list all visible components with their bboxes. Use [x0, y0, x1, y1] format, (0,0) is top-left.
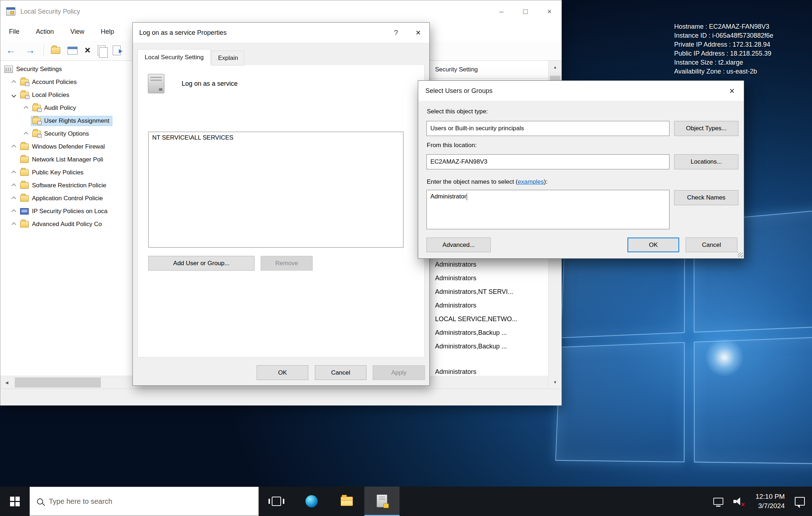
scroll-left-icon[interactable]: ◀	[0, 376, 13, 389]
start-button[interactable]	[0, 487, 29, 516]
title-bar[interactable]: Local Security Policy – □ ×	[0, 0, 561, 23]
edge-button[interactable]	[294, 487, 329, 516]
tree-item-audit-policy[interactable]: Audit Policy	[0, 102, 134, 114]
window-bottom-strip	[0, 389, 561, 405]
tree-item-user-rights-assignment[interactable]: User Rights Assignment	[0, 114, 134, 127]
scrollbar-thumb[interactable]	[15, 377, 101, 388]
logon-as-a-service-properties-dialog: Log on as a service Properties ? × Local…	[132, 22, 430, 386]
object-types-button[interactable]: Object Types...	[674, 121, 738, 136]
scroll-down-icon[interactable]: ▼	[549, 376, 562, 389]
tree-item-security-options[interactable]: Security Options	[0, 127, 134, 140]
maximize-button[interactable]: □	[513, 0, 537, 23]
list-item[interactable]: Administrators,NT SERVI...	[430, 285, 548, 299]
locations-button[interactable]: Locations...	[674, 154, 738, 169]
chevron-right-icon[interactable]	[8, 184, 19, 187]
tree-item-ip-security-policies[interactable]: IP Security Policies on Loca	[0, 205, 134, 218]
tree-item-software-restriction[interactable]: Software Restriction Policie	[0, 179, 134, 192]
list-item[interactable]: Administrators,Backup ...	[430, 339, 548, 353]
chevron-right-icon[interactable]	[8, 81, 19, 84]
tree-item-local-policies[interactable]: Local Policies	[0, 89, 134, 102]
chevron-right-icon[interactable]	[8, 210, 19, 213]
tree-item-security-settings[interactable]: Security Settings	[0, 63, 134, 76]
policy-header: Log on as a service	[148, 74, 238, 93]
scroll-up-icon[interactable]: ▲	[549, 61, 562, 74]
close-button[interactable]: ×	[537, 0, 561, 23]
list-item[interactable]: Administrators	[430, 365, 548, 376]
tab-explain[interactable]: Explain	[211, 51, 244, 66]
network-icon[interactable]	[713, 498, 723, 505]
task-view-button[interactable]	[259, 487, 294, 516]
object-names-value: Administrator	[430, 193, 466, 200]
server-icon	[148, 74, 164, 93]
menu-help[interactable]: Help	[101, 28, 114, 36]
copy-docs-icon[interactable]	[98, 46, 106, 55]
tree-item-windows-defender-firewall[interactable]: Windows Defender Firewal	[0, 140, 134, 153]
list-item[interactable]: Administrators	[430, 258, 548, 271]
security-policy-icon	[377, 494, 387, 507]
volume-muted-icon[interactable]: ×	[733, 496, 746, 506]
console-window-icon[interactable]	[67, 47, 78, 55]
folder-lock-icon	[20, 79, 29, 85]
add-user-or-group-button[interactable]: Add User or Group...	[148, 256, 255, 271]
examples-link[interactable]: examples	[518, 178, 544, 185]
ok-button[interactable]: OK	[257, 365, 308, 380]
column-header-security-setting[interactable]: Security Setting	[430, 61, 548, 79]
chevron-right-icon[interactable]	[8, 145, 19, 149]
tree-item-advanced-audit-policy[interactable]: Advanced Audit Policy Co	[0, 218, 134, 231]
forward-icon[interactable]: →	[24, 45, 36, 56]
info-private-ip: Private IP Address : 172.31.28.94	[674, 40, 773, 49]
info-availability-zone: Availability Zone : us-east-2b	[674, 67, 773, 76]
object-type-field[interactable]	[426, 121, 669, 136]
tree-item-account-policies[interactable]: Account Policies	[0, 76, 134, 89]
list-item[interactable]: Administrators	[430, 271, 548, 285]
menu-file[interactable]: File	[9, 28, 19, 36]
member-item[interactable]: NT SERVICE\ALL SERVICES	[152, 134, 400, 141]
list-item[interactable]: Administrators,Backup ...	[430, 326, 548, 339]
chevron-right-icon[interactable]	[8, 171, 19, 174]
clock[interactable]: 12:10 PM 3/7/2024	[756, 492, 785, 511]
tree-item-public-key-policies[interactable]: Public Key Policies	[0, 166, 134, 179]
cancel-button[interactable]: Cancel	[315, 365, 367, 380]
ipsec-icon	[20, 208, 29, 215]
ok-button[interactable]: OK	[627, 238, 679, 252]
close-icon[interactable]: ×	[407, 23, 429, 43]
export-folder-icon[interactable]	[51, 47, 60, 54]
chevron-down-icon[interactable]	[8, 94, 19, 97]
resize-grip[interactable]	[738, 252, 743, 257]
delete-icon[interactable]: ×	[85, 46, 90, 55]
chevron-right-icon[interactable]	[20, 132, 31, 136]
list-item[interactable]: LOCAL SERVICE,NETWO...	[430, 312, 548, 326]
members-listbox[interactable]: NT SERVICE\ALL SERVICES	[148, 132, 403, 248]
horizontal-scrollbar[interactable]: ◀	[0, 376, 134, 389]
action-center-icon[interactable]	[795, 497, 805, 506]
back-icon[interactable]: ←	[5, 45, 17, 56]
close-icon[interactable]: ×	[720, 81, 744, 101]
list-item[interactable]: Administrators	[430, 299, 548, 312]
tree-item-network-list-manager[interactable]: Network List Manager Poli	[0, 153, 134, 166]
dialog-title-bar[interactable]: Select Users or Groups	[418, 81, 744, 101]
object-names-textbox[interactable]: Administrator	[426, 190, 669, 229]
file-explorer-button[interactable]	[329, 487, 364, 516]
menu-view[interactable]: View	[70, 28, 84, 36]
apply-button: Apply	[373, 365, 425, 380]
export-list-icon[interactable]	[113, 46, 121, 55]
chevron-right-icon[interactable]	[8, 197, 19, 200]
search-icon	[37, 498, 43, 505]
window-title: Local Security Policy	[20, 8, 80, 15]
search-input[interactable]	[49, 497, 243, 506]
check-names-button[interactable]: Check Names	[674, 190, 738, 205]
taskbar-search[interactable]	[29, 487, 259, 516]
chevron-right-icon[interactable]	[8, 223, 19, 226]
dialog-title: Select Users or Groups	[425, 87, 493, 95]
advanced-button[interactable]: Advanced...	[426, 238, 491, 252]
tab-local-security-setting[interactable]: Local Security Setting	[137, 49, 211, 66]
help-icon[interactable]: ?	[385, 23, 407, 43]
folder-lock-icon	[32, 131, 41, 137]
menu-action[interactable]: Action	[36, 28, 54, 36]
tree-item-application-control[interactable]: Application Control Policie	[0, 192, 134, 205]
minimize-button[interactable]: –	[489, 0, 513, 23]
local-security-policy-taskbar-button[interactable]	[364, 487, 400, 516]
cancel-button[interactable]: Cancel	[686, 238, 737, 252]
location-field[interactable]	[426, 154, 669, 169]
chevron-right-icon[interactable]	[20, 107, 31, 110]
